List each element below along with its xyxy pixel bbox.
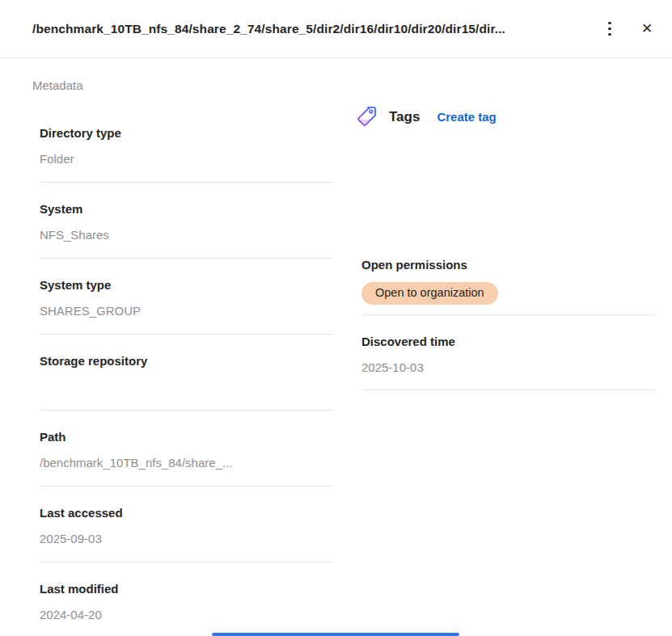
metadata-field: Last accessed 2025-09-03 (40, 486, 333, 562)
panel-title: /benchmark_10TB_nfs_84/share_2_74/share_… (32, 22, 596, 36)
metadata-section-label: Metadata (32, 78, 333, 92)
create-tag-link[interactable]: Create tag (437, 110, 496, 124)
details-column: Tags Create tag Open permissions Open to… (353, 58, 655, 636)
panel-body: Metadata Directory type Folder System NF… (0, 58, 672, 636)
tags-header-row: Tags Create tag (354, 103, 655, 130)
discovered-time-section: Discovered time 2025-10-03 (361, 315, 655, 390)
metadata-field: Directory type Folder (40, 107, 333, 183)
kebab-dot (608, 22, 611, 25)
field-label: Last modified (40, 582, 333, 596)
metadata-field: Storage repository (40, 335, 333, 411)
discovered-time-label: Discovered time (361, 335, 655, 348)
field-label: Storage repository (40, 354, 333, 368)
field-label: Path (40, 430, 333, 444)
field-value (40, 380, 333, 394)
tags-title: Tags (389, 109, 420, 125)
field-value: Folder (40, 152, 333, 166)
tag-icon (354, 103, 378, 130)
metadata-field: System type SHARES_GROUP (40, 259, 333, 335)
metadata-field-list: Directory type Folder System NFS_Shares … (32, 107, 333, 636)
field-label: System (40, 202, 333, 216)
open-permissions-badge: Open to organization (361, 282, 498, 305)
metadata-field: System NFS_Shares (40, 183, 333, 259)
field-value: 2025-09-03 (40, 532, 333, 545)
kebab-menu-icon[interactable] (596, 15, 623, 43)
kebab-dot (608, 27, 611, 31)
close-icon[interactable]: ✕ (633, 15, 661, 43)
horizontal-scrollbar-thumb[interactable] (212, 633, 459, 636)
open-permissions-label: Open permissions (361, 258, 655, 272)
field-value: NFS_Shares (40, 228, 333, 242)
kebab-dot (608, 33, 611, 36)
panel-header: /benchmark_10TB_nfs_84/share_2_74/share_… (0, 0, 672, 58)
metadata-field: Path /benchmark_10TB_nfs_84/share_... (40, 411, 333, 486)
field-value: SHARES_GROUP (40, 304, 333, 318)
open-permissions-section: Open permissions Open to organization (361, 258, 655, 315)
field-label: Last accessed (40, 506, 333, 520)
discovered-time-value: 2025-10-03 (361, 360, 655, 374)
field-label: System type (40, 278, 333, 292)
metadata-column: Metadata Directory type Folder System NF… (32, 58, 333, 636)
field-value: /benchmark_10TB_nfs_84/share_... (40, 456, 333, 470)
metadata-field: Last modified 2024-04-20 (40, 562, 333, 636)
field-label: Directory type (40, 126, 333, 140)
field-value: 2024-04-20 (40, 608, 333, 621)
